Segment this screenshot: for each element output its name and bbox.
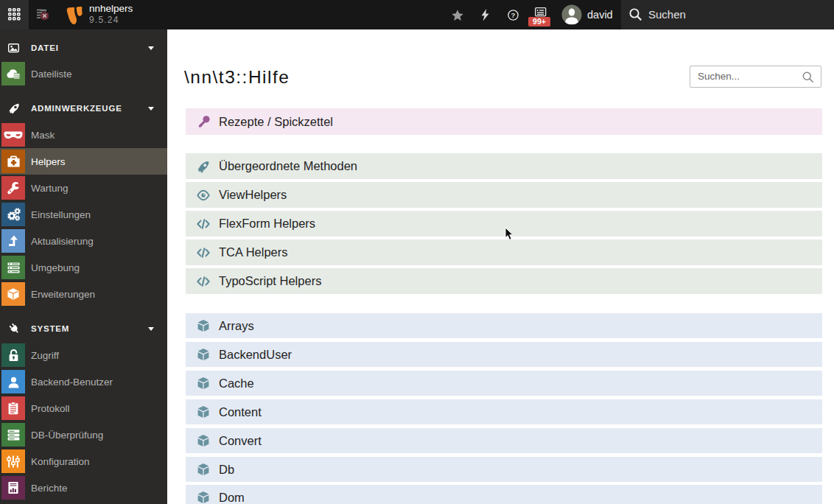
svg-text:?: ? <box>511 11 516 19</box>
